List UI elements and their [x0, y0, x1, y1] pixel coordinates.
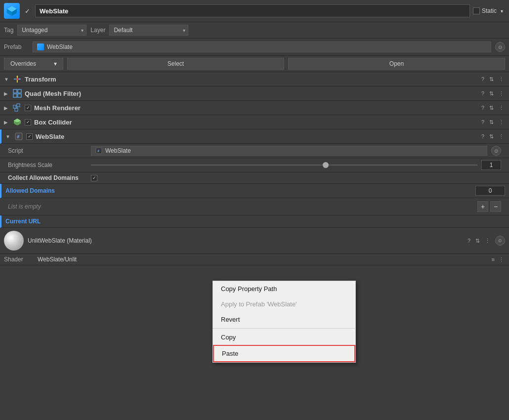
current-url-label: Current URL [5, 218, 41, 225]
tag-label: Tag [4, 27, 13, 34]
webslate-script-icon: # [14, 132, 23, 141]
static-row: Static ▾ [473, 7, 505, 15]
shader-menu-btn[interactable]: ⋮ [498, 256, 505, 263]
webslate-settings-btn[interactable]: ⇅ [488, 133, 495, 140]
box-collider-row: ▶ ✓ Box Collider ? ⇅ ⋮ [0, 115, 509, 129]
brightness-label: Brightness Scale [8, 162, 87, 168]
box-collider-menu-btn[interactable]: ⋮ [498, 119, 505, 126]
collect-domains-row: Collect Allowed Domains ✓ [0, 172, 509, 184]
allowed-domains-row: Allowed Domains 0 [0, 184, 509, 198]
svg-rect-11 [13, 94, 17, 97]
shader-label: Shader [4, 256, 34, 263]
mesh-renderer-help-btn[interactable]: ? [480, 105, 485, 111]
mesh-renderer-menu-btn[interactable]: ⋮ [498, 105, 505, 111]
box-collider-expand[interactable]: ▶ [4, 120, 10, 125]
allowed-domains-label: Allowed Domains [5, 187, 85, 194]
context-menu-separator [213, 328, 355, 329]
overrides-button[interactable]: Overrides ▾ [4, 58, 63, 70]
webslate-component-row: ▼ # ✓ WebSlate ? ⇅ ⋮ [0, 129, 509, 144]
context-menu-revert[interactable]: Revert [213, 312, 355, 327]
list-empty-text: List is empty [8, 203, 41, 210]
unity-cube-icon [4, 3, 20, 19]
mesh-renderer-icon [13, 103, 22, 112]
mesh-renderer-check[interactable]: ✓ [25, 105, 31, 111]
mesh-renderer-actions: ? ⇅ ⋮ [480, 105, 505, 111]
script-label: Script [8, 147, 87, 154]
active-checkbox[interactable]: ✓ [25, 7, 30, 15]
select-button[interactable]: Select [67, 58, 284, 70]
tag-select[interactable]: Untagged [17, 25, 86, 36]
material-actions: ? ⇅ ⋮ [467, 238, 491, 244]
svg-rect-10 [18, 89, 21, 93]
svg-rect-9 [13, 89, 17, 93]
material-help-btn[interactable]: ? [467, 238, 471, 244]
layer-select-wrapper: Default [109, 25, 188, 36]
webslate-name: WebSlate [36, 133, 477, 140]
script-target-btn[interactable]: ⊙ [491, 146, 501, 156]
prefab-name: WebSlate [47, 43, 73, 50]
current-url-row: Current URL [0, 215, 509, 228]
brightness-value[interactable]: 1 [481, 160, 501, 170]
webslate-check[interactable]: ✓ [26, 133, 33, 140]
transform-menu-btn[interactable]: ⋮ [498, 76, 505, 83]
context-menu-paste[interactable]: Paste [213, 345, 355, 362]
header-row: ✓ Static ▾ [0, 0, 509, 22]
quad-settings-btn[interactable]: ⇅ [488, 90, 495, 97]
context-menu-copy-path[interactable]: Copy Property Path [213, 281, 355, 296]
material-name: UnlitWebSlate (Material) [28, 237, 92, 244]
webslate-help-btn[interactable]: ? [480, 133, 485, 139]
transform-help-btn[interactable]: ? [480, 76, 485, 82]
material-menu-btn[interactable]: ⋮ [484, 238, 491, 244]
script-field[interactable]: # WebSlate [91, 146, 487, 156]
static-label: Static [482, 7, 497, 14]
shader-list-btn[interactable]: ≡ [491, 256, 496, 262]
svg-point-6 [16, 78, 18, 80]
object-name-input[interactable] [35, 4, 470, 17]
box-collider-help-btn[interactable]: ? [480, 119, 485, 125]
layer-select[interactable]: Default [109, 25, 188, 36]
collect-check[interactable]: ✓ [91, 175, 97, 181]
transform-component-row: ▼ Transform ? ⇅ ⋮ [0, 72, 509, 86]
prefab-field[interactable]: WebSlate [33, 42, 491, 52]
quad-menu-btn[interactable]: ⋮ [498, 90, 505, 97]
material-preview [4, 231, 24, 251]
svg-marker-8 [19, 78, 21, 80]
webslate-menu-btn[interactable]: ⋮ [498, 133, 505, 140]
webslate-expand[interactable]: ▼ [5, 134, 11, 139]
brightness-slider[interactable] [91, 161, 477, 169]
transform-settings-btn[interactable]: ⇅ [488, 76, 495, 83]
context-menu-apply-prefab: Apply to Prefab 'WebSlate' [213, 296, 355, 312]
quad-expand-arrow[interactable]: ▶ [4, 91, 10, 96]
material-settings-btn[interactable]: ⇅ [474, 238, 481, 244]
material-info: UnlitWebSlate (Material) [28, 237, 463, 244]
open-button[interactable]: Open [288, 58, 505, 70]
webslate-actions: ? ⇅ ⋮ [480, 133, 505, 140]
shader-row: Shader WebSlate/Unlit ≡ ⋮ [0, 254, 509, 265]
script-value: WebSlate [105, 147, 483, 154]
context-menu-copy[interactable]: Copy [213, 330, 355, 345]
mesh-renderer-expand[interactable]: ▶ [4, 105, 10, 111]
box-collider-check[interactable]: ✓ [25, 119, 31, 126]
svg-marker-7 [16, 76, 18, 77]
prefab-icon [37, 43, 44, 50]
static-dropdown-btn[interactable]: ▾ [499, 7, 505, 15]
prefab-target-btn[interactable]: ⊙ [495, 42, 505, 52]
material-target-btn[interactable]: ⊙ [495, 236, 505, 246]
mesh-renderer-name: Mesh Renderer [34, 104, 477, 112]
transform-expand-arrow[interactable]: ▼ [4, 77, 10, 82]
svg-rect-12 [18, 94, 21, 97]
allowed-domains-count[interactable]: 0 [475, 186, 505, 196]
material-row: UnlitWebSlate (Material) ? ⇅ ⋮ ⊙ [0, 228, 509, 254]
box-collider-settings-btn[interactable]: ⇅ [488, 119, 495, 126]
box-collider-icon [13, 118, 22, 126]
inspector-panel: ✓ Static ▾ Tag Untagged Layer Default Pr… [0, 0, 509, 265]
quad-actions: ? ⇅ ⋮ [480, 90, 505, 97]
svg-text:#: # [17, 134, 20, 139]
layer-label: Layer [90, 27, 105, 34]
quad-help-btn[interactable]: ? [480, 90, 485, 96]
list-add-btn[interactable]: + [477, 201, 488, 212]
static-checkbox[interactable] [473, 7, 480, 14]
list-remove-btn[interactable]: − [490, 201, 501, 212]
list-empty-row: List is empty + − [0, 198, 509, 215]
mesh-renderer-settings-btn[interactable]: ⇅ [488, 105, 495, 111]
